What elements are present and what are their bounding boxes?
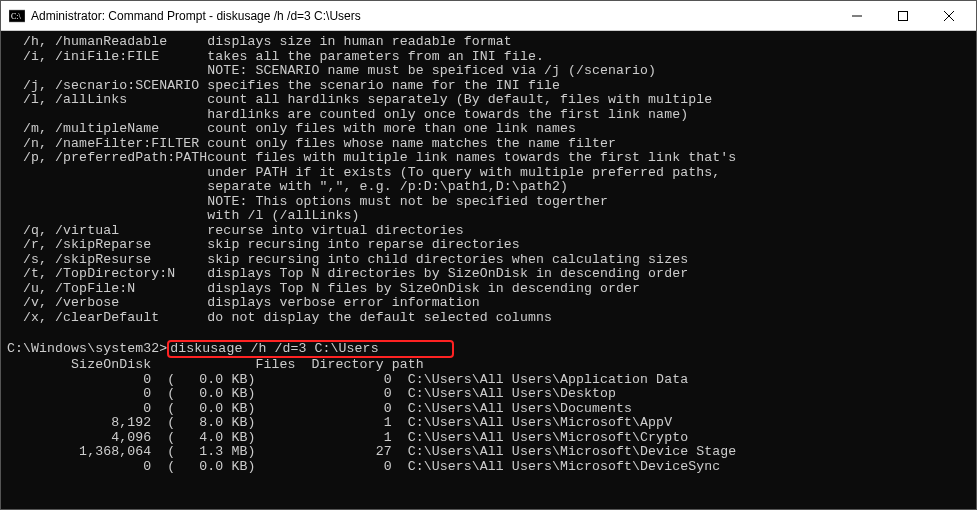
table-header: SizeOnDisk Files Directory path	[7, 357, 424, 372]
svg-text:C:\: C:\	[11, 12, 22, 21]
command-text: diskusage /h /d=3 C:\Users	[170, 341, 378, 356]
window-title: Administrator: Command Prompt - diskusag…	[31, 9, 834, 23]
terminal[interactable]: /h, /humanReadable displays size in huma…	[1, 31, 976, 509]
cmd-icon: C:\	[9, 8, 25, 24]
titlebar[interactable]: C:\ Administrator: Command Prompt - disk…	[1, 1, 976, 31]
window-controls	[834, 1, 972, 31]
command-highlight: diskusage /h /d=3 C:\Users	[167, 340, 453, 359]
window: C:\ Administrator: Command Prompt - disk…	[0, 0, 977, 510]
table-rows: 0 ( 0.0 KB) 0 C:\Users\All Users\Applica…	[7, 372, 736, 474]
help-options: /h, /humanReadable displays size in huma…	[7, 34, 736, 325]
prompt-path: C:\Windows\system32>	[7, 341, 167, 356]
maximize-button[interactable]	[880, 1, 926, 31]
svg-rect-3	[899, 11, 908, 20]
minimize-button[interactable]	[834, 1, 880, 31]
close-button[interactable]	[926, 1, 972, 31]
